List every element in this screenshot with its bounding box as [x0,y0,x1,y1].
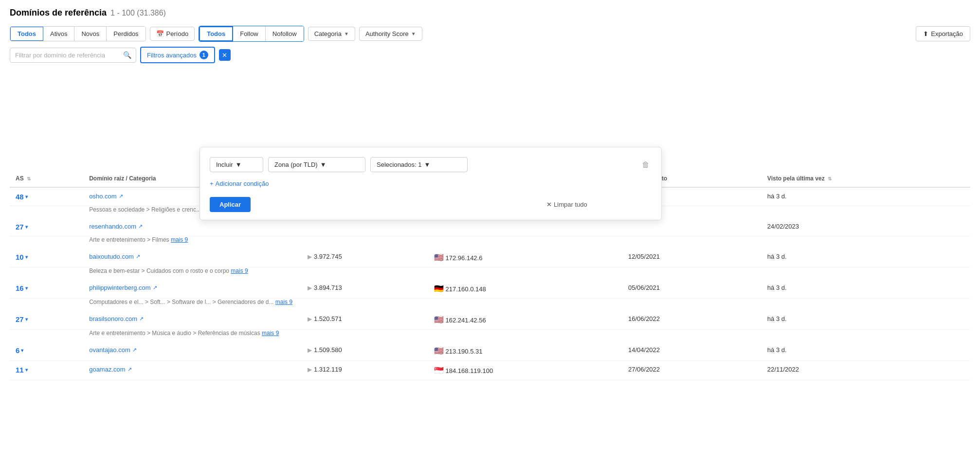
first-seen: 14/04/2022 [622,341,762,361]
table-sub-row: Arte e entretenimento > Música e áudio >… [10,330,970,342]
panel-actions: Aplicar ✕ Limpar tudo [210,197,652,212]
include-label: Incluir [216,161,233,168]
as-value: 27 [16,223,24,231]
chevron-down-icon: ▼ [344,31,349,36]
as-value: 6 [16,346,19,355]
zone-label: Zona (por TLD) [274,161,318,168]
last-seen: há 3 d. [762,248,970,267]
last-seen: há 3 d. [762,187,970,206]
export-icon: ⬆ [923,30,928,37]
table-row: 10 ▾ baixoutudo.com ↗ ▶ 3.972.745 🇺🇸 172… [10,248,970,267]
last-seen: há 3 d. [762,310,970,330]
zone-tld-dropdown[interactable]: Zona (por TLD) ▼ [268,157,365,172]
chevron-down-icon: ▼ [424,161,431,168]
close-advanced-filter-button[interactable]: ✕ [219,49,231,61]
flag-icon: 🇺🇸 [434,347,444,355]
selected-dropdown[interactable]: Selecionados: 1 ▼ [370,157,468,172]
clear-all-label: Limpar tudo [554,201,587,208]
tab-follow[interactable]: Follow [233,26,266,41]
export-button[interactable]: ⬆ Exportação [916,26,970,41]
external-link-icon: ↗ [132,347,137,353]
tab-nofollow[interactable]: Nofollow [266,26,304,41]
backlinks-value: 1.312.119 [314,366,342,373]
filter-panel: Incluir ▼ Zona (por TLD) ▼ Selecionados:… [200,147,662,220]
flag-icon: 🇸🇬 [434,366,444,374]
advanced-filter-label: Filtros avançados [147,52,197,59]
domain-link[interactable]: goamaz.com ↗ [89,366,296,373]
category-text: Arte e entretenimento > Música e áudio >… [83,330,970,342]
expand-icon[interactable]: ▾ [25,367,28,373]
expand-icon[interactable]: ▾ [25,317,28,322]
tab-ativos[interactable]: Ativos [43,27,74,41]
domain-link[interactable]: baixoutudo.com ↗ [89,253,296,260]
delete-condition-icon[interactable]: 🗑 [640,159,652,171]
domain-search-input[interactable] [10,48,136,63]
external-link-icon: ↗ [119,193,123,199]
as-value: 11 [16,366,24,374]
apply-button[interactable]: Aplicar [210,197,251,212]
sort-icon: ⇅ [828,176,832,181]
close-icon: ✕ [546,201,552,208]
advanced-filter-button[interactable]: Filtros avançados 1 [140,47,215,63]
category-text: Arte e entretenimento > Filmes mais 9 [83,236,970,249]
export-label: Exportação [931,30,963,37]
tab-todos[interactable]: Todos [10,26,44,41]
table-row: 11 ▾ goamaz.com ↗ ▶ 1.312.119 🇸🇬 184.168… [10,361,970,380]
category-text: Computadores e el... > Soft... > Softwar… [83,299,970,311]
last-seen: há 3 d. [762,279,970,299]
expand-icon[interactable]: ▾ [25,224,28,230]
flag-icon: 🇩🇪 [434,284,444,293]
ip-value: 172.96.142.6 [446,254,483,262]
domain-search-wrap: 🔍 [10,48,136,63]
clear-all-button[interactable]: ✕ Limpar tudo [546,201,587,208]
external-link-icon: ↗ [139,316,144,322]
domain-link[interactable]: brasilsonoro.com ↗ [89,315,296,322]
as-value: 16 [16,284,24,292]
categoria-dropdown[interactable]: Categoria ▼ [308,27,355,41]
external-link-icon: ↗ [136,253,140,260]
authority-score-dropdown[interactable]: Authority Score ▼ [359,27,422,41]
more-link[interactable]: mais 9 [275,299,292,305]
page-title: Domínios de referência [10,8,107,18]
last-seen: 24/02/2023 [762,218,970,236]
more-link[interactable]: mais 9 [262,330,279,337]
expand-icon[interactable]: ▾ [25,194,28,199]
include-dropdown[interactable]: Incluir ▼ [210,157,263,172]
chevron-down-icon: ▼ [236,161,242,168]
tab-perdidos[interactable]: Perdidos [107,27,145,41]
first-seen: 27/06/2022 [622,361,762,380]
backlinks-value: 3.972.745 [314,253,342,260]
col-as[interactable]: AS ⇅ [10,170,83,187]
table-sub-row: Arte e entretenimento > Filmes mais 9 [10,236,970,249]
domain-link[interactable]: ovantajao.com ↗ [89,346,296,354]
as-value: 27 [16,315,24,323]
backlinks-value: 1.509.580 [314,346,342,354]
tab-todos2[interactable]: Todos [199,26,233,41]
first-seen: 05/06/2021 [622,279,762,299]
more-link[interactable]: mais 9 [171,236,188,243]
backlinks-value: 1.520.571 [314,315,342,322]
expand-icon[interactable]: ▾ [21,348,23,353]
add-condition-button[interactable]: + Adicionar condição [210,180,652,187]
selected-label: Selecionados: 1 [377,161,422,168]
as-value: 48 [16,193,24,201]
more-link[interactable]: mais 9 [231,267,248,274]
ip-value: 213.190.5.31 [446,348,483,355]
category-text: Beleza e bem-estar > Cuidados com o rost… [83,267,970,280]
period-label: Período [166,30,189,37]
domain-link[interactable]: philippwinterberg.com ↗ [89,284,296,291]
search-icon: 🔍 [123,51,131,59]
expand-icon[interactable]: ▾ [25,285,28,291]
as-value: 10 [16,253,24,261]
external-link-icon: ↗ [138,223,143,230]
last-seen: 22/11/2022 [762,361,970,380]
categoria-label: Categoria [314,30,342,37]
chevron-down-icon: ▼ [411,31,416,36]
domain-link[interactable]: resenhando.com ↗ [89,223,296,230]
first-seen: 12/05/2021 [622,248,762,267]
status-tab-group: Todos Ativos Novos Perdidos [10,26,146,41]
col-last-seen[interactable]: Visto pela última vez ⇅ [762,170,970,187]
tab-novos[interactable]: Novos [74,27,107,41]
period-button[interactable]: 📅 Período [150,27,195,41]
expand-icon[interactable]: ▾ [25,254,28,260]
